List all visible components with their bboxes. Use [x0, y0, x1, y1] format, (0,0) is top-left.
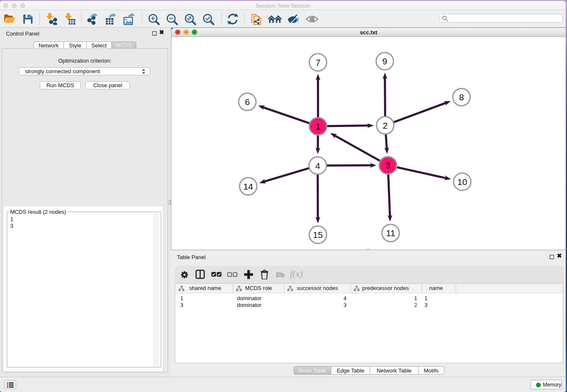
svg-text:3: 3 — [385, 160, 391, 170]
svg-text:9: 9 — [383, 56, 388, 66]
svg-text:15: 15 — [313, 230, 323, 240]
svg-text:14: 14 — [243, 182, 253, 191]
svg-text:6: 6 — [245, 97, 250, 107]
svg-text:10: 10 — [457, 177, 467, 187]
svg-text:4: 4 — [315, 161, 320, 171]
svg-text:2: 2 — [383, 121, 388, 130]
svg-text:8: 8 — [459, 92, 464, 102]
svg-text:11: 11 — [386, 228, 395, 238]
svg-text:7: 7 — [316, 58, 321, 67]
svg-text:1: 1 — [316, 121, 321, 131]
